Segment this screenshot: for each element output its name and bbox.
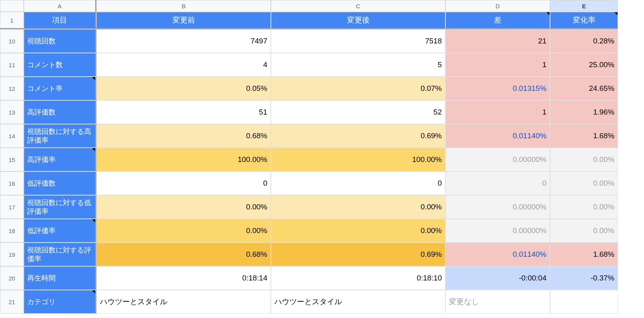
col-header-C[interactable]: C <box>271 0 445 12</box>
cell-after[interactable]: 7518 <box>271 29 445 53</box>
cell-before[interactable]: 0.68% <box>96 124 271 148</box>
cell-rate[interactable] <box>550 290 618 314</box>
cell-before[interactable]: 7497 <box>96 29 271 53</box>
row-header[interactable]: 18 <box>0 219 24 243</box>
row-label[interactable]: 高評価率 <box>24 148 96 171</box>
cell-diff[interactable]: 0.01315% <box>445 77 550 100</box>
cell-after[interactable]: ハウツーとスタイル <box>271 290 445 314</box>
cell-before[interactable]: 0.05% <box>96 77 271 100</box>
header-diff[interactable]: 差 <box>445 12 550 29</box>
cell-after[interactable]: 0 <box>271 171 445 195</box>
row-label[interactable]: 再生時間 <box>24 266 96 290</box>
cell-after[interactable]: 52 <box>271 100 445 124</box>
row-header[interactable]: 11 <box>0 53 24 77</box>
row-header[interactable]: 12 <box>0 77 24 100</box>
cell-rate[interactable]: 24.65% <box>550 77 618 100</box>
cell-diff[interactable]: 0 <box>445 171 550 195</box>
cell-before[interactable]: 0 <box>96 171 271 195</box>
cell-rate[interactable]: 0.28% <box>550 29 618 53</box>
cell-after[interactable]: 100.00% <box>271 148 445 171</box>
cell-diff[interactable]: -0:00:04 <box>445 266 550 290</box>
col-header-D[interactable]: D <box>445 0 550 12</box>
row-label[interactable]: 高評価数 <box>24 100 96 124</box>
cell-rate[interactable]: 0.00% <box>550 148 618 171</box>
row-header[interactable]: 15 <box>0 148 24 171</box>
cell-after[interactable]: 0.07% <box>271 77 445 100</box>
cell-after[interactable]: 0.00% <box>271 195 445 219</box>
col-header-A[interactable]: A <box>24 0 96 12</box>
row-label[interactable]: 視聴回数に対する評価率 <box>24 243 96 266</box>
row-header[interactable]: 20 <box>0 266 24 290</box>
header-rate[interactable]: 変化率 <box>550 12 618 29</box>
row-header[interactable]: 19 <box>0 243 24 266</box>
cell-rate[interactable]: 25.00% <box>550 53 618 77</box>
cell-rate[interactable]: -0.37% <box>550 266 618 290</box>
cell-diff[interactable]: 0.01140% <box>445 124 550 148</box>
row-header-1[interactable]: 1 <box>0 12 24 29</box>
cell-before[interactable]: 0.68% <box>96 243 271 266</box>
row-label[interactable]: 低評価率 <box>24 219 96 243</box>
header-item[interactable]: 項目 <box>24 12 96 29</box>
row-label[interactable]: コメント率 <box>24 77 96 100</box>
col-header-B[interactable]: B <box>96 0 271 12</box>
cell-diff[interactable]: 0.00000% <box>445 219 550 243</box>
row-header[interactable]: 16 <box>0 171 24 195</box>
cell-diff[interactable]: 0.00000% <box>445 148 550 171</box>
col-header-E[interactable]: E <box>550 0 618 12</box>
cell-after[interactable]: 0.69% <box>271 243 445 266</box>
cell-before[interactable]: 51 <box>96 100 271 124</box>
cell-diff[interactable]: 1 <box>445 100 550 124</box>
cell-diff[interactable]: 1 <box>445 53 550 77</box>
cell-diff[interactable]: 0.01140% <box>445 243 550 266</box>
cell-rate[interactable]: 0.00% <box>550 171 618 195</box>
row-label[interactable]: 視聴回数 <box>24 29 96 53</box>
cell-rate[interactable]: 1.68% <box>550 243 618 266</box>
cell-before[interactable]: 0.00% <box>96 219 271 243</box>
row-label[interactable]: カテゴリ <box>24 290 96 314</box>
row-header[interactable]: 10 <box>0 29 24 53</box>
row-header[interactable]: 14 <box>0 124 24 148</box>
cell-before[interactable]: 0:18:14 <box>96 266 271 290</box>
cell-diff[interactable]: 変更なし <box>445 290 550 314</box>
row-label[interactable]: コメント数 <box>24 53 96 77</box>
cell-diff[interactable]: 0.00000% <box>445 195 550 219</box>
cell-after[interactable]: 5 <box>271 53 445 77</box>
cell-after[interactable]: 0:18:10 <box>271 266 445 290</box>
header-before[interactable]: 変更前 <box>96 12 271 29</box>
cell-rate[interactable]: 1.96% <box>550 100 618 124</box>
cell-before[interactable]: 100.00% <box>96 148 271 171</box>
row-header[interactable]: 13 <box>0 100 24 124</box>
row-label[interactable]: 低評価数 <box>24 171 96 195</box>
cell-rate[interactable]: 0.00% <box>550 195 618 219</box>
cell-before[interactable]: 0.00% <box>96 195 271 219</box>
header-after[interactable]: 変更後 <box>271 12 445 29</box>
row-label[interactable]: 視聴回数に対する高評価率 <box>24 124 96 148</box>
cell-before[interactable]: 4 <box>96 53 271 77</box>
corner-cell[interactable] <box>0 0 24 12</box>
cell-rate[interactable]: 0.00% <box>550 219 618 243</box>
cell-after[interactable]: 0.69% <box>271 124 445 148</box>
row-header[interactable]: 21 <box>0 290 24 314</box>
cell-before[interactable]: ハウツーとスタイル <box>96 290 271 314</box>
cell-diff[interactable]: 21 <box>445 29 550 53</box>
cell-after[interactable]: 0.00% <box>271 219 445 243</box>
row-header[interactable]: 17 <box>0 195 24 219</box>
spreadsheet-grid[interactable]: A B C D E 1 項目 変更前 変更後 差 変化率 10視聴回数74977… <box>0 0 618 314</box>
cell-rate[interactable]: 1.68% <box>550 124 618 148</box>
row-label[interactable]: 視聴回数に対する低評価率 <box>24 195 96 219</box>
